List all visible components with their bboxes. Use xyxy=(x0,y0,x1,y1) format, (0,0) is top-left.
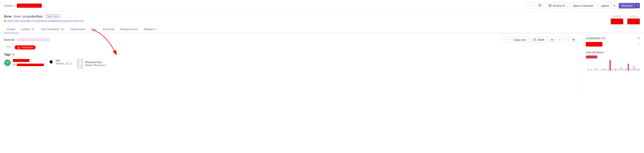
error-name: Error: (e1azsfjahfkja) xyxy=(14,14,43,18)
events-label: EVENTS xyxy=(611,15,623,18)
qqq-badge: ??? xyxy=(4,45,13,50)
sidebar-panel: Assigned To ⚙ ∨ Last 24 Hours xyxy=(582,33,644,96)
all-envs-button[interactable]: All Envs ▾ xyxy=(546,3,568,9)
chart-bar xyxy=(602,69,604,71)
breadcrumb: Issues > xyxy=(4,4,42,8)
sidebar-last24h-section: Last 24 Hours xyxy=(586,51,640,70)
sidebar-assigned-row: ∨ xyxy=(586,42,640,46)
chart-bar xyxy=(624,70,625,70)
tab-activity[interactable]: Activity 0 xyxy=(18,26,38,33)
event-navigation: ⏮ ‹ › ⏭ xyxy=(548,37,577,42)
assigned-value-redacted xyxy=(586,42,602,46)
tag-item-os: iOS Version: 16.1.2 xyxy=(49,59,72,65)
tab-tags[interactable]: Tags xyxy=(88,26,100,33)
chart-bar xyxy=(590,70,591,70)
gear-icon[interactable]: ⚙ xyxy=(637,36,640,40)
chart-bar xyxy=(610,60,611,70)
ignore-dropdown-button[interactable]: ▾ xyxy=(612,3,617,8)
chart-bar xyxy=(606,70,607,70)
issue-title-row: Error Error: (e1azsfjahfkja) New Issue xyxy=(4,14,84,18)
apple-icon xyxy=(49,59,54,65)
event-id-value-redacted xyxy=(17,38,50,41)
nav-first-button[interactable]: ⏮ xyxy=(548,37,556,42)
url-text[interactable]: https://abc.example.com/photo/e1azsfjahf… xyxy=(7,19,84,22)
chart-bar xyxy=(598,70,600,70)
sidebar-assigned-header: Assigned To ⚙ xyxy=(586,36,640,40)
tab-all-events[interactable]: All Events xyxy=(100,26,118,33)
chart-bar xyxy=(611,69,612,70)
tab-details[interactable]: Details xyxy=(4,26,18,33)
tag-user-id-row: ID: xyxy=(13,64,44,66)
tag-os-name: iOS xyxy=(56,59,72,62)
main-content: Event ID: ··· Copy Link JSON ⏮ ‹ › ⏭ xyxy=(0,33,644,96)
notifications-button[interactable] xyxy=(536,2,544,9)
ignore-button[interactable]: Ignore xyxy=(598,3,612,9)
resolve-dropdown-button[interactable]: ▾ xyxy=(635,3,640,8)
status-dot xyxy=(4,20,6,22)
top-bar: Issues > ··· All Envs ▾ Open in Discover… xyxy=(0,0,644,12)
issue-url: https://abc.example.com/photo/e1azsfjahf… xyxy=(4,19,84,22)
chart-bar xyxy=(591,69,592,70)
tab-attachments[interactable]: Attachments xyxy=(67,26,88,33)
svg-rect-0 xyxy=(549,4,551,7)
user-avatar: ? xyxy=(4,60,11,66)
phone-svg xyxy=(78,61,82,66)
tab-replays[interactable]: Replays 0 xyxy=(141,26,159,33)
tag-os-version: Version: 16.1.2 xyxy=(56,62,72,65)
chart-bar xyxy=(600,70,602,70)
users-stat: USERS xyxy=(627,15,640,24)
chart-bar xyxy=(626,68,627,70)
event-panel: Event ID: ··· Copy Link JSON ⏮ ‹ › ⏭ xyxy=(0,33,582,96)
chart-bar xyxy=(619,70,620,70)
event-id-row: Event ID: ··· Copy Link JSON ⏮ ‹ › ⏭ xyxy=(4,36,577,43)
tag-item-user: ? ID: xyxy=(4,59,44,66)
tag-device-model: Model: iPhone10,2 xyxy=(85,64,106,67)
open-discover-button[interactable]: Open in Discover xyxy=(570,3,596,9)
nav-next-button[interactable]: › xyxy=(564,37,569,42)
top-actions: ··· All Envs ▾ Open in Discover Ignore ▾… xyxy=(526,2,640,9)
tags-help-icon[interactable]: ? xyxy=(12,53,15,56)
chart-bar xyxy=(617,69,618,71)
tags-header: Tags ? xyxy=(4,53,577,56)
tags-grid: ? ID: iOS xyxy=(4,59,577,68)
chart-bar xyxy=(588,69,589,70)
all-envs-chevron: ▾ xyxy=(563,4,565,7)
nav-prev-button[interactable]: ‹ xyxy=(557,37,562,42)
chart-bar xyxy=(608,69,609,70)
chart-bar xyxy=(595,68,596,70)
event-id-label: Event ID: xyxy=(4,38,50,41)
tab-merged-issues[interactable]: Merged Issues xyxy=(118,26,141,33)
new-issue-badge: New Issue xyxy=(45,14,61,18)
tags-title: Tags xyxy=(4,53,11,56)
last-24h-title: Last 24 Hours xyxy=(586,51,640,54)
events-users-area: EVENTS USERS xyxy=(611,14,640,24)
chart-bar xyxy=(604,68,605,71)
json-button[interactable]: JSON xyxy=(530,37,547,43)
tags-section: Tags ? ? ID: xyxy=(4,53,577,68)
assigned-to-title: Assigned To xyxy=(586,37,606,40)
copy-link-button[interactable]: Copy Link xyxy=(510,37,529,43)
user-feedback-count: 0 xyxy=(60,28,64,31)
this-event-badge[interactable]: 🔥 This Event xyxy=(14,45,36,50)
breadcrumb-separator: > xyxy=(14,4,16,7)
nav-last-button[interactable]: ⏭ xyxy=(570,37,577,42)
phone-icon xyxy=(77,59,83,68)
this-event-row: ??? 🔥 This Event xyxy=(4,45,577,50)
chart-bar xyxy=(637,69,638,70)
chart-bar xyxy=(593,70,594,71)
tab-user-feedback[interactable]: User Feedback 0 xyxy=(38,26,67,33)
chart-bar xyxy=(597,69,598,70)
last24h-highlight-bar xyxy=(586,56,597,58)
tag-device-info: iPhone 8 Plus Model: iPhone10,2 xyxy=(85,61,106,67)
assigned-chevron-icon[interactable]: ∨ xyxy=(638,43,640,46)
resolve-button[interactable]: Resolve xyxy=(619,3,635,8)
activity-count: 0 xyxy=(31,28,35,31)
all-envs-label: All Envs xyxy=(552,4,562,7)
more-options-button[interactable]: ··· xyxy=(526,2,534,9)
breadcrumb-current-redacted xyxy=(17,4,42,8)
chart-bar xyxy=(633,66,634,70)
resolve-group: Resolve ▾ xyxy=(619,3,640,8)
event-more-button[interactable]: ··· xyxy=(501,36,509,43)
breadcrumb-issues[interactable]: Issues xyxy=(4,4,12,7)
tag-device-name: iPhone 8 Plus xyxy=(85,61,106,64)
